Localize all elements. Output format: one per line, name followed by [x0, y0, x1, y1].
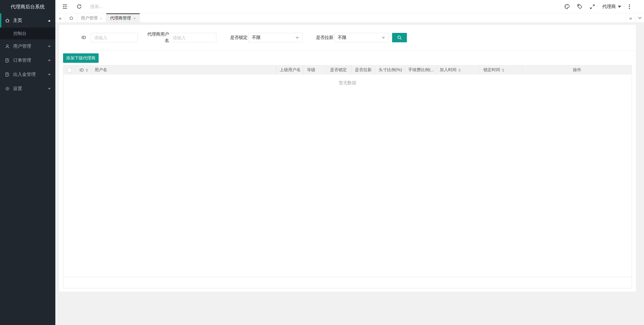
user-menu-label: 代理商 [602, 4, 616, 10]
filter-locked-label: 是否锁定 [230, 35, 248, 41]
chevron-down-icon [296, 37, 299, 39]
tab-label: 用户管理 [81, 16, 98, 21]
chevron-down-icon [48, 60, 51, 61]
order-icon [5, 58, 10, 63]
search-input[interactable] [90, 4, 167, 9]
chevron-up-icon [48, 20, 51, 21]
home-icon [5, 18, 10, 23]
content-area: ID 代理商用户名 是否锁定 不限 是否拉新 不限 [55, 23, 644, 325]
filter-pullnew-value: 不限 [338, 35, 346, 41]
sidebar-item-settings[interactable]: 设置 [0, 82, 55, 96]
table-header-actions: 操作 [522, 66, 632, 75]
table-header-username: 用户名 [91, 66, 276, 75]
table-header-join-time: 加入时间 [436, 66, 480, 75]
gear-icon [5, 86, 10, 91]
tabs-scroll-left-button[interactable]: « [55, 14, 66, 23]
user-menu[interactable]: 代理商 [602, 4, 621, 10]
tab-agent-management[interactable]: 代理商管理 × [106, 14, 140, 23]
sort-icon[interactable] [458, 68, 461, 72]
sidebar-item-label: 主页 [13, 18, 48, 24]
sidebar-item-funds[interactable]: 出入金管理 [0, 68, 55, 82]
table-header-row: ID 用户名 上级用户名 等级 是否锁定 [64, 66, 632, 75]
table-footer [64, 277, 632, 288]
sidebar-menu: 主页 控制台 用户管理 [0, 14, 55, 96]
chevron-down-icon [48, 88, 51, 90]
sidebar-item-users[interactable]: 用户管理 [0, 39, 55, 53]
sidebar-item-label: 订单管理 [13, 57, 48, 64]
chevron-down-icon [48, 46, 51, 47]
sidebar-item-console[interactable]: 控制台 [0, 28, 55, 39]
chevron-down-icon [48, 74, 51, 75]
tab-home-button[interactable] [66, 14, 77, 23]
home-icon [68, 16, 74, 21]
user-icon [5, 44, 10, 49]
topbar-actions: 代理商 [564, 4, 644, 10]
sort-icon[interactable] [502, 68, 504, 72]
close-icon[interactable]: × [100, 16, 102, 20]
filter-locked-select[interactable]: 不限 [248, 33, 303, 42]
filter-locked-value: 不限 [252, 35, 260, 41]
agents-table: ID 用户名 上级用户名 等级 是否锁定 [63, 65, 632, 288]
palette-icon[interactable] [564, 4, 570, 10]
sidebar-item-label: 出入金管理 [13, 72, 48, 78]
menu-fold-icon[interactable] [62, 4, 68, 10]
refresh-icon[interactable] [76, 4, 82, 10]
filter-id-input[interactable] [90, 33, 138, 42]
sidebar: 代理商后台系统 主页 控制台 用户管 [0, 0, 55, 325]
select-all-checkbox[interactable] [67, 68, 72, 72]
table-header-position-ratio: 头寸比例(%) [375, 66, 405, 75]
table-header-parent-username: 上级用户名 [276, 66, 304, 75]
filter-pullnew-select[interactable]: 不限 [334, 33, 389, 42]
search-icon [397, 35, 402, 40]
search-button[interactable] [392, 33, 407, 42]
table-header-level: 等级 [304, 66, 327, 75]
add-sub-agent-button[interactable]: 添加下级代理商 [63, 53, 98, 63]
filter-agent-username-input[interactable] [169, 33, 216, 42]
table-header-fee-ratio: 手续费比例(... [405, 66, 436, 75]
tag-icon[interactable] [577, 4, 582, 10]
agent-management-card: ID 代理商用户名 是否锁定 不限 是否拉新 不限 [59, 25, 636, 292]
more-vertical-icon[interactable] [628, 4, 630, 10]
chevron-down-icon [638, 17, 642, 19]
table-header-id: ID [76, 66, 91, 75]
sidebar-item-orders[interactable]: 订单管理 [0, 53, 55, 68]
chevron-down-icon [618, 6, 621, 8]
tabbar: « 用户管理 × 代理商管理 × » [55, 14, 644, 23]
table-toolbar: 添加下级代理商 [59, 51, 636, 63]
table-header-locked: 是否锁定 [327, 66, 352, 75]
tabs-scroll-right-button[interactable]: » [626, 14, 635, 23]
table-body: 暂无数据 [64, 75, 632, 277]
tab-label: 代理商管理 [110, 16, 131, 21]
close-icon[interactable]: × [133, 16, 136, 20]
topbar: 代理商 [55, 0, 644, 14]
filter-id-label: ID [62, 35, 86, 41]
filter-pullnew-label: 是否拉新 [316, 35, 334, 41]
empty-state-text: 暂无数据 [64, 75, 632, 86]
filter-form: ID 代理商用户名 是否锁定 不限 是否拉新 不限 [59, 25, 636, 51]
fullscreen-icon[interactable] [590, 4, 595, 10]
filter-agent-username-label: 代理商用户名 [147, 31, 169, 44]
chevron-down-icon [382, 37, 385, 39]
tabs-menu-button[interactable] [635, 14, 644, 23]
table-header-lock-time: 锁定时间 [480, 66, 522, 75]
table-header-checkbox-cell [64, 66, 76, 75]
sidebar-item-home[interactable]: 主页 [0, 14, 55, 28]
tab-user-management[interactable]: 用户管理 × [77, 14, 106, 23]
app-title: 代理商后台系统 [0, 0, 55, 14]
tabbar-spacer [140, 14, 626, 23]
sidebar-item-label: 设置 [13, 86, 48, 92]
main-column: 代理商 « 用户管理 × 代理商管理 × » [55, 0, 644, 325]
app-root: 代理商后台系统 主页 控制台 用户管 [0, 0, 644, 325]
funds-icon [5, 72, 10, 77]
table-header-pullnew: 是否拉新 [352, 66, 375, 75]
sidebar-item-label: 用户管理 [13, 43, 48, 49]
sidebar-submenu-home: 控制台 [0, 28, 55, 39]
sort-icon[interactable] [85, 68, 88, 72]
